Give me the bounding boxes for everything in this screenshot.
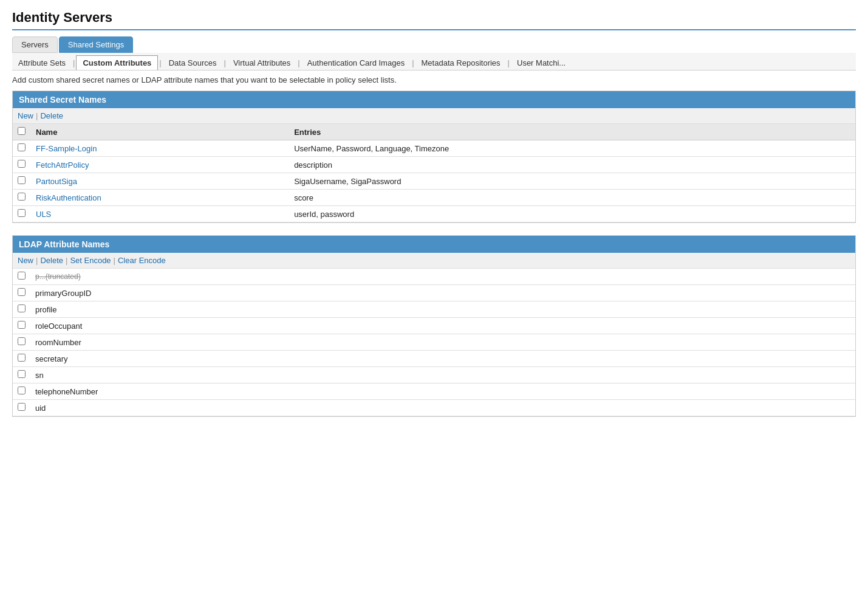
col-checkbox-header — [13, 124, 31, 140]
row-entries-cell: score — [289, 190, 855, 206]
table-row: PartoutSiga SigaUsername, SigaPassword — [13, 173, 855, 190]
ldap-attribute-names-header: LDAP Attribute Names — [13, 236, 855, 253]
row-entries-cell: UserName, Password, Language, Timezone — [289, 140, 855, 157]
table-row: FF-Sample-Login UserName, Password, Lang… — [13, 140, 855, 157]
ldap-name-cell: roleOccupant — [30, 318, 855, 334]
row-entries-cell: userId, password — [289, 206, 855, 222]
col-name-header: Name — [31, 124, 289, 140]
row-checkbox-cell — [13, 140, 31, 157]
list-item: secretary — [13, 351, 855, 367]
table-row: FetchAttrPolicy description — [13, 157, 855, 173]
list-item: p...(truncated) — [13, 269, 855, 285]
ldap-row-checkbox[interactable] — [18, 304, 26, 312]
subtabs-row: Attribute Sets | Custom Attributes | Dat… — [12, 53, 856, 70]
subtab-auth-card-images[interactable]: Authentication Card Images — [301, 56, 411, 70]
main-tabs: Servers Shared Settings — [12, 36, 856, 53]
page-container: Identity Servers Servers Shared Settings… — [0, 0, 868, 439]
row-checkbox-cell — [13, 173, 31, 190]
list-item: telephoneNumber — [13, 383, 855, 400]
subtab-data-sources[interactable]: Data Sources — [163, 56, 223, 70]
ldap-row-checkbox[interactable] — [18, 387, 26, 394]
row-entries-cell: description — [289, 157, 855, 173]
ldap-action-bar: New | Delete | Set Encode | Clear Encode — [13, 253, 855, 269]
ldap-row-checkbox[interactable] — [18, 337, 26, 345]
ldap-name-cell: p...(truncated) — [30, 269, 855, 285]
ldap-row-checkbox[interactable] — [18, 272, 26, 280]
list-item: profile — [13, 301, 855, 318]
shared-secret-table: Name Entries FF-Sample-Login UserName, P… — [13, 124, 855, 222]
ldap-delete-link[interactable]: Delete — [40, 256, 63, 265]
row-entries-cell: SigaUsername, SigaPassword — [289, 173, 855, 190]
row-name-cell: FetchAttrPolicy — [31, 157, 289, 173]
ldap-set-encode-link[interactable]: Set Encode — [70, 256, 111, 265]
table-row: ULS userId, password — [13, 206, 855, 222]
subtab-attribute-sets[interactable]: Attribute Sets — [12, 56, 72, 70]
shared-secret-link[interactable]: ULS — [36, 210, 51, 219]
shared-secret-link[interactable]: PartoutSiga — [36, 177, 77, 186]
shared-secret-names-header: Shared Secret Names — [13, 91, 855, 108]
list-item: roleOccupant — [13, 318, 855, 334]
list-item: sn — [13, 367, 855, 383]
row-checkbox[interactable] — [18, 209, 26, 217]
ldap-new-link[interactable]: New — [18, 256, 33, 265]
ldap-row-checkbox[interactable] — [18, 354, 26, 362]
select-all-shared-checkbox[interactable] — [18, 127, 26, 135]
shared-secret-names-section: Shared Secret Names New | Delete Name En… — [12, 91, 856, 223]
shared-secret-new-link[interactable]: New — [18, 111, 33, 120]
table-row: RiskAuthentication score — [13, 190, 855, 206]
ldap-name-cell: secretary — [30, 351, 855, 367]
row-checkbox[interactable] — [18, 193, 26, 201]
row-checkbox[interactable] — [18, 160, 26, 168]
ldap-row-checkbox[interactable] — [18, 321, 26, 329]
list-item: uid — [13, 400, 855, 416]
page-title: Identity Servers — [12, 10, 856, 30]
row-checkbox[interactable] — [18, 176, 26, 184]
ldap-name-cell: profile — [30, 301, 855, 318]
list-item: roomNumber — [13, 334, 855, 351]
ldap-row-checkbox[interactable] — [18, 403, 26, 411]
ldap-row-checkbox[interactable] — [18, 370, 26, 378]
shared-secret-names-action-bar: New | Delete — [13, 108, 855, 124]
col-entries-header: Entries — [289, 124, 855, 140]
shared-secret-delete-link[interactable]: Delete — [40, 111, 63, 120]
subtab-metadata-repos[interactable]: Metadata Repositories — [415, 56, 507, 70]
ldap-name-cell: roomNumber — [30, 334, 855, 351]
tab-shared-settings[interactable]: Shared Settings — [59, 36, 134, 53]
ldap-table: p...(truncated) primaryGroupID profile — [13, 269, 855, 416]
row-name-cell: FF-Sample-Login — [31, 140, 289, 157]
ldap-name-cell: primaryGroupID — [30, 285, 855, 301]
ldap-clear-encode-link[interactable]: Clear Encode — [118, 256, 166, 265]
ldap-attribute-names-section: LDAP Attribute Names New | Delete | Set … — [12, 235, 856, 417]
shared-secret-link[interactable]: FF-Sample-Login — [36, 144, 97, 153]
row-checkbox-cell — [13, 157, 31, 173]
subtab-user-matching[interactable]: User Matchi... — [511, 56, 572, 70]
ldap-name-cell: sn — [30, 367, 855, 383]
shared-secret-link[interactable]: FetchAttrPolicy — [36, 160, 89, 170]
shared-secret-link[interactable]: RiskAuthentication — [36, 193, 101, 202]
list-item: primaryGroupID — [13, 285, 855, 301]
row-name-cell: PartoutSiga — [31, 173, 289, 190]
subtab-custom-attributes[interactable]: Custom Attributes — [76, 55, 158, 70]
row-name-cell: ULS — [31, 206, 289, 222]
row-name-cell: RiskAuthentication — [31, 190, 289, 206]
subtab-virtual-attributes[interactable]: Virtual Attributes — [227, 56, 296, 70]
description-text: Add custom shared secret names or LDAP a… — [12, 75, 856, 84]
row-checkbox-cell — [13, 190, 31, 206]
ldap-name-cell: uid — [30, 400, 855, 416]
ldap-name-cell: telephoneNumber — [30, 383, 855, 400]
ldap-row-checkbox[interactable] — [18, 288, 26, 296]
tab-servers[interactable]: Servers — [12, 36, 58, 53]
row-checkbox-cell — [13, 206, 31, 222]
row-checkbox[interactable] — [18, 143, 26, 151]
